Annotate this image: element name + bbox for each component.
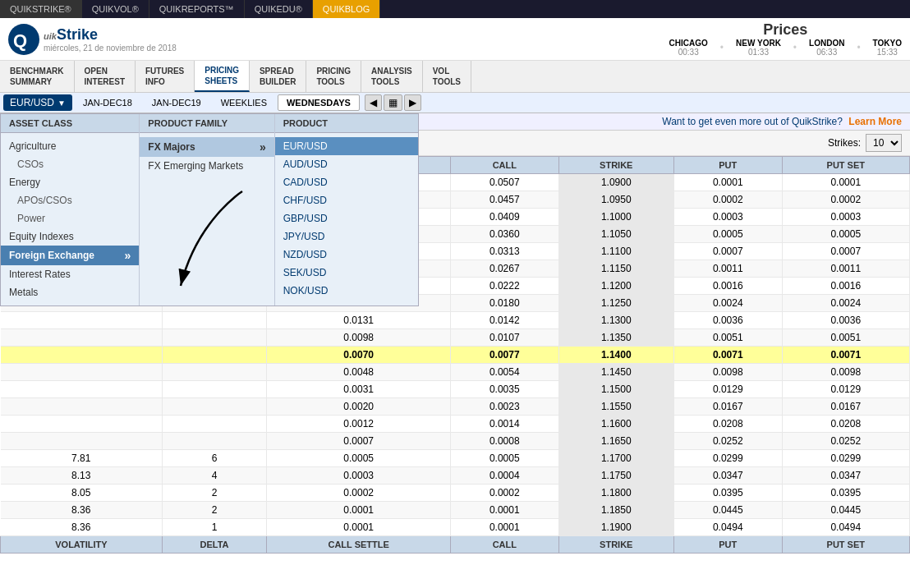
col-put: PUT [674, 157, 783, 174]
city-london: LONDON 06:33 [809, 39, 844, 57]
product-chf-usd[interactable]: CHF/USD [275, 191, 418, 209]
family-fx-majors[interactable]: FX Majors » [140, 137, 273, 157]
asset-energy[interactable]: Energy [1, 173, 139, 191]
product-jpy-usd[interactable]: JPY/USD [275, 227, 418, 246]
footer-call: CALL [451, 536, 559, 554]
product-family-body: FX Majors » FX Emerging Markets [140, 133, 273, 179]
footer-delta: DELTA [162, 536, 266, 554]
nav-pricing-sheets[interactable]: PRICING SHEETS [195, 61, 250, 92]
table-row: 0.01310.01421.13000.00360.0036 [1, 312, 910, 329]
table-row: 8.1340.00030.00041.17500.03470.0347 [1, 467, 910, 485]
learn-more-link[interactable]: Learn More [848, 116, 902, 127]
tab-prev-btn[interactable]: ◀ [365, 94, 382, 111]
table-footer-row: VOLATILITY DELTA CALL SETTLE CALL STRIKE… [1, 536, 910, 554]
nav-quikvol[interactable]: QUIKVOL® [82, 0, 149, 18]
product-eur-usd[interactable]: EUR/USD [275, 137, 418, 155]
table-row: 7.8160.00050.00051.17000.02990.0299 [1, 450, 910, 467]
asset-csos[interactable]: CSOs [1, 155, 139, 173]
city-newyork: NEW YORK 01:33 [736, 39, 781, 57]
asset-class-header: ASSET CLASS [1, 114, 139, 133]
product-column: PRODUCT EUR/USD AUD/USD CAD/USD CHF/USD … [275, 114, 418, 305]
top-nav: QUIKSTRIKE® QUIKVOL® QUIKREPORTS™ QUIKED… [0, 0, 910, 18]
product-cad-usd[interactable]: CAD/USD [275, 173, 418, 191]
prices-area: Prices CHICAGO 00:33 • NEW YORK 01:33 • … [669, 21, 902, 57]
tab-weeklies[interactable]: WEEKLIES [212, 94, 276, 111]
table-row: 0.00200.00231.15500.01670.0167 [1, 398, 910, 416]
header: Q uik Strike miércoles, 21 de noviembre … [0, 18, 910, 61]
asset-class-body: Agriculture CSOs Energy APOs/CSOs Power … [1, 133, 139, 305]
product-family-header: PRODUCT FAMILY [140, 114, 273, 133]
asset-equity-indexes[interactable]: Equity Indexes [1, 227, 139, 246]
footer-put-set: PUT SET [782, 536, 909, 554]
asset-agriculture[interactable]: Agriculture [1, 137, 139, 155]
nav-vol-tools[interactable]: VOL TOOLS [423, 61, 471, 92]
footer-volatility: VOLATILITY [1, 536, 163, 554]
product-gbp-usd[interactable]: GBP/USD [275, 209, 418, 227]
svg-text:Q: Q [13, 30, 27, 51]
product-nok-usd[interactable]: NOK/USD [275, 282, 418, 300]
tab-jan-dec18[interactable]: JAN-DEC18 [74, 94, 141, 111]
table-row: 0.00070.00081.16500.02520.0252 [1, 433, 910, 450]
asset-metals[interactable]: Metals [1, 283, 139, 301]
tab-nav-arrows: ◀ ▦ ▶ [365, 94, 421, 111]
footer-call-settle: CALL SETTLE [267, 536, 451, 554]
asset-power[interactable]: Power [1, 209, 139, 227]
product-nzd-usd[interactable]: NZD/USD [275, 246, 418, 264]
product-header: PRODUCT [275, 114, 418, 133]
col-put-set: PUT SET [782, 157, 909, 174]
selected-product-label: EUR/USD [10, 97, 54, 108]
table-row: 0.00480.00541.14500.00980.0098 [1, 364, 910, 381]
tab-bar: EUR/USD ▼ JAN-DEC18 JAN-DEC19 WEEKLIES W… [0, 93, 910, 113]
footer-put: PUT [674, 536, 783, 554]
col-call: CALL [451, 157, 559, 174]
nav-benchmark-summary[interactable]: BENCHMARK SUMMARY [0, 61, 75, 92]
asset-class-column: ASSET CLASS Agriculture CSOs Energy APOs… [1, 114, 140, 305]
nav-pricing-tools[interactable]: PRICING TOOLS [306, 61, 361, 92]
arrow-right-icon: » [260, 140, 266, 154]
dropdown-arrow-icon: ▼ [57, 99, 66, 108]
strikes-select[interactable]: 10 20 5 [866, 134, 902, 152]
city-tokyo: TOKYO 15:33 [873, 39, 902, 57]
tab-jan-dec19[interactable]: JAN-DEC19 [143, 94, 210, 111]
nav-futures-info[interactable]: FUTURES INFO [136, 61, 195, 92]
dropdown-menu: ASSET CLASS Agriculture CSOs Energy APOs… [0, 113, 419, 306]
product-family-column: PRODUCT FAMILY FX Majors » FX Emerging M… [140, 114, 274, 305]
tab-next-btn[interactable]: ▶ [404, 94, 421, 111]
asset-apos-csos[interactable]: APOs/CSOs [1, 191, 139, 209]
nav-quikedu[interactable]: QUIKEDU® [245, 0, 313, 18]
secondary-nav: BENCHMARK SUMMARY OPEN INTEREST FUTURES … [0, 61, 910, 93]
product-body: EUR/USD AUD/USD CAD/USD CHF/USD GBP/USD … [275, 133, 418, 304]
nav-spread-builder[interactable]: SPREAD BUILDER [250, 61, 306, 92]
logo-icon: Q [11, 27, 36, 52]
dropdown-columns: ASSET CLASS Agriculture CSOs Energy APOs… [1, 114, 418, 305]
tab-grid-btn[interactable]: ▦ [384, 94, 402, 111]
family-fx-emerging[interactable]: FX Emerging Markets [140, 157, 273, 175]
date-display: miércoles, 21 de noviembre de 2018 [44, 44, 177, 53]
asset-foreign-exchange[interactable]: Foreign Exchange » [1, 246, 139, 265]
table-row: 0.00120.00141.16000.02080.0208 [1, 416, 910, 433]
product-aud-usd[interactable]: AUD/USD [275, 155, 418, 173]
table-row: 8.3610.00010.00011.19000.04940.0494 [1, 519, 910, 536]
nav-quikblog[interactable]: QUIKBLOG [313, 0, 380, 18]
table-row: 0.00980.01071.13500.00510.0051 [1, 329, 910, 347]
col-strike: STRIKE [558, 157, 673, 174]
table-row: 0.00310.00351.15000.01290.0129 [1, 381, 910, 398]
nav-analysis-tools[interactable]: ANALYSIS TOOLS [361, 61, 423, 92]
strikes-label: Strikes: [828, 137, 861, 149]
table-row: 0.00700.00771.14000.00710.0071 [1, 347, 910, 364]
product-sek-usd[interactable]: SEK/USD [275, 264, 418, 282]
table-row: 8.0520.00020.00021.18000.03950.0395 [1, 485, 910, 502]
arrow-right-icon: » [125, 249, 131, 262]
info-text: Want to get even more out of QuikStrike? [662, 116, 843, 127]
nav-quikstrike[interactable]: QUIKSTRIKE® [0, 0, 82, 18]
tab-selector[interactable]: EUR/USD ▼ [3, 94, 72, 111]
logo-area: Q uik Strike miércoles, 21 de noviembre … [8, 24, 177, 55]
prices-title: Prices [669, 21, 902, 39]
asset-interest-rates[interactable]: Interest Rates [1, 265, 139, 283]
nav-open-interest[interactable]: OPEN INTEREST [75, 61, 136, 92]
nav-quikreports[interactable]: QUIKREPORTS™ [149, 0, 245, 18]
tab-wednesdays[interactable]: WEDNESDAYS [278, 94, 360, 111]
table-row: 8.3620.00010.00011.18500.04450.0445 [1, 502, 910, 519]
main-content: ASSET CLASS Agriculture CSOs Energy APOs… [0, 113, 910, 585]
city-chicago: CHICAGO 00:33 [669, 39, 708, 57]
